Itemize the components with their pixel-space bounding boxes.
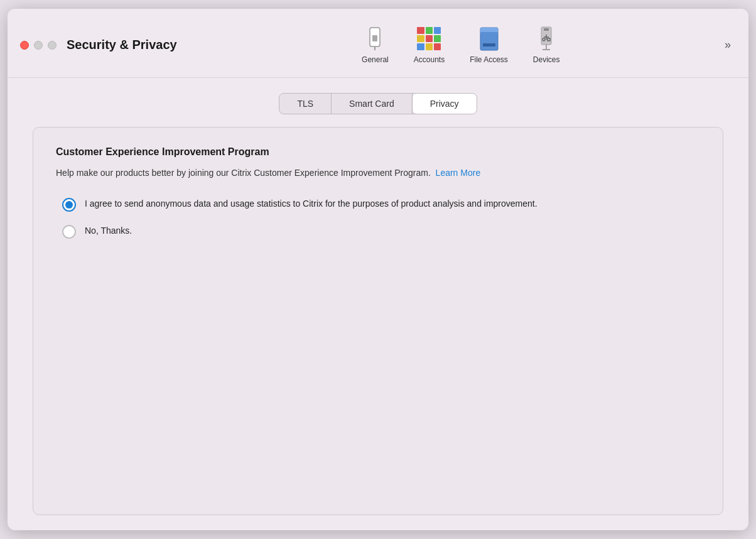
toolbar-item-general[interactable]: General xyxy=(349,21,401,69)
titlebar: Security & Privacy General xyxy=(8,9,748,78)
content-area: TLS Smart Card Privacy Customer Experien… xyxy=(8,78,748,530)
toolbar: General Accou xyxy=(202,21,720,69)
maximize-button[interactable] xyxy=(48,41,57,50)
toolbar-item-accounts[interactable]: Accounts xyxy=(401,21,457,69)
minimize-button[interactable] xyxy=(34,41,43,50)
svg-rect-8 xyxy=(544,28,549,31)
radio-agree-input[interactable] xyxy=(62,198,76,212)
description-text: Help make our products better by joining… xyxy=(56,168,431,178)
privacy-panel: Customer Experience Improvement Program … xyxy=(33,127,723,515)
radio-option-no-thanks[interactable]: No, Thanks. xyxy=(62,224,700,239)
learn-more-link[interactable]: Learn More xyxy=(436,168,481,178)
general-icon xyxy=(362,26,387,52)
toolbar-item-devices[interactable]: Devices xyxy=(521,21,573,69)
traffic-lights xyxy=(20,41,57,50)
devices-icon xyxy=(534,26,559,52)
radio-no-thanks-input[interactable] xyxy=(62,225,76,239)
toolbar-fileaccess-label: File Access xyxy=(470,55,508,64)
tab-smart-card[interactable]: Smart Card xyxy=(332,94,413,114)
panel-description: Help make our products better by joining… xyxy=(56,166,700,180)
panel-title: Customer Experience Improvement Program xyxy=(56,146,700,158)
app-window: Security & Privacy General xyxy=(8,9,748,530)
svg-rect-6 xyxy=(483,43,495,46)
radio-agree-label: I agree to send anonymous data and usage… xyxy=(85,197,537,210)
svg-rect-1 xyxy=(372,35,377,41)
toolbar-item-file-access[interactable]: File Access xyxy=(457,21,521,69)
toolbar-chevron[interactable]: » xyxy=(720,36,736,54)
toolbar-devices-label: Devices xyxy=(533,55,560,64)
window-title: Security & Privacy xyxy=(67,38,177,52)
tab-privacy[interactable]: Privacy xyxy=(413,94,477,114)
close-button[interactable] xyxy=(20,41,29,50)
file-access-icon xyxy=(477,26,502,52)
tab-bar: TLS Smart Card Privacy xyxy=(279,93,477,114)
toolbar-accounts-label: Accounts xyxy=(414,55,445,64)
toolbar-general-label: General xyxy=(362,55,389,64)
tab-tls[interactable]: TLS xyxy=(279,94,332,114)
svg-rect-5 xyxy=(480,32,498,34)
radio-option-agree[interactable]: I agree to send anonymous data and usage… xyxy=(62,197,700,212)
accounts-icon xyxy=(416,26,441,52)
radio-no-thanks-label: No, Thanks. xyxy=(85,224,132,237)
radio-group: I agree to send anonymous data and usage… xyxy=(56,197,700,239)
